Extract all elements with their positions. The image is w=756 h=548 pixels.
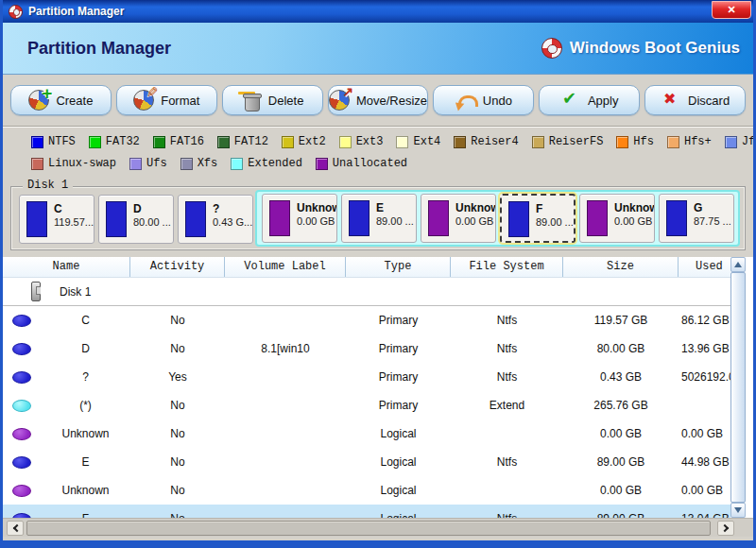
- partition-color-icon: [587, 200, 608, 236]
- undo-icon: [455, 90, 476, 111]
- disk-panel-label: Disk 1: [23, 179, 73, 192]
- table-row[interactable]: Unknown No Logical 0.00 GB 0.00 GB: [3, 420, 730, 448]
- toolbar-divider: [3, 126, 753, 128]
- cell-name: (*): [41, 399, 130, 412]
- arrow-up-icon: [734, 262, 742, 267]
- legend-color-swatch: [316, 158, 328, 170]
- cell-activity: No: [130, 455, 225, 469]
- partition-size: 89.00 ...: [376, 215, 414, 227]
- partition-block-g[interactable]: G 87.75 ...: [659, 194, 734, 243]
- cell-name: Unknown: [41, 427, 130, 440]
- cell-activity: No: [130, 342, 225, 355]
- column-header-volume-label[interactable]: Volume Label: [225, 257, 346, 277]
- close-button[interactable]: ✕: [712, 1, 751, 19]
- partition-block-f[interactable]: F 89.00 ...: [500, 194, 576, 243]
- toolbar-button-label: Undo: [483, 94, 512, 108]
- legend-color-swatch: [129, 158, 142, 170]
- column-header-activity[interactable]: Activity: [130, 257, 225, 277]
- column-header-name[interactable]: Name: [3, 257, 130, 277]
- legend-item: Ext3: [339, 135, 384, 148]
- undo-button[interactable]: Undo: [433, 85, 534, 115]
- partition-block-unknown[interactable]: Unknown 0.00 GB: [579, 194, 655, 243]
- partition-block-[interactable]: ? 0.43 G...: [178, 195, 253, 244]
- legend-item: Jfs: [725, 135, 756, 148]
- column-header-type[interactable]: Type: [346, 257, 451, 277]
- blue-partition-dot-icon: [12, 371, 31, 384]
- hard-disk-icon: [31, 282, 41, 301]
- delete-button[interactable]: Delete: [222, 85, 323, 115]
- partition-block-d[interactable]: D 80.00 ...: [98, 195, 174, 244]
- scroll-up-button[interactable]: [730, 257, 746, 272]
- table-row[interactable]: D No 8.1[win10 Primary Ntfs 80.00 GB 13.…: [3, 334, 730, 363]
- cell-file-system: Ntfs: [451, 342, 563, 355]
- scroll-left-button[interactable]: [7, 521, 24, 536]
- create-icon: [28, 90, 49, 111]
- legend-item: FAT32: [89, 135, 140, 148]
- table-row[interactable]: C No Primary Ntfs 119.57 GB 86.12 GB: [3, 306, 730, 334]
- apply-button[interactable]: Apply: [539, 85, 640, 115]
- column-header-file-system[interactable]: File System: [451, 257, 563, 277]
- legend-item: NTFS: [31, 135, 76, 148]
- column-header-size[interactable]: Size: [563, 257, 679, 277]
- legend-label: NTFS: [48, 135, 76, 148]
- cell-used: 13.96 GB: [679, 342, 730, 355]
- partition-block-unknown[interactable]: Unknown 0.00 GB: [421, 194, 496, 243]
- legend-label: Ext4: [413, 135, 440, 148]
- cell-type: Logical: [346, 484, 451, 497]
- partition-block-e[interactable]: E 89.00 ...: [341, 194, 417, 243]
- partition-block-unknown[interactable]: Unknown 0.00 GB: [262, 194, 337, 243]
- horizontal-scrollbar[interactable]: [3, 518, 753, 537]
- legend-color-swatch: [231, 158, 243, 170]
- scroll-down-button[interactable]: [730, 503, 746, 518]
- legend-color-swatch: [180, 158, 193, 170]
- toolbar-button-label: Create: [56, 94, 93, 108]
- cell-name: Unknown: [41, 484, 130, 497]
- format-icon: [133, 90, 154, 111]
- discard-button[interactable]: Discard: [644, 85, 746, 115]
- cell-name: E: [41, 455, 130, 469]
- scroll-right-button[interactable]: [717, 521, 734, 536]
- legend-label: FAT16: [170, 135, 204, 148]
- create-button[interactable]: Create: [10, 85, 112, 115]
- disk-row[interactable]: Disk 1: [3, 278, 730, 306]
- arrow-left-icon: [12, 524, 20, 532]
- cell-used: 44.98 GB: [679, 455, 730, 469]
- table-row[interactable]: E No Logical Ntfs 89.00 GB 44.98 GB: [3, 448, 730, 476]
- horizontal-scroll-thumb[interactable]: [26, 521, 711, 536]
- partition-size: 80.00 ...: [133, 216, 171, 228]
- legend-row-1: NTFS FAT32 FAT16 FAT12 Ext2 Ext3 Ext4 Re…: [31, 135, 746, 148]
- legend-color-swatch: [89, 136, 101, 148]
- legend-label: FAT12: [234, 135, 268, 148]
- disk-panel: Disk 1 C 119.57... D 80.00 ... ? 0.43 G.…: [10, 186, 746, 250]
- partition-size: 87.75 ...: [694, 215, 731, 227]
- legend-label: Ufs: [146, 157, 167, 170]
- format-button[interactable]: Format: [116, 85, 217, 115]
- table-row[interactable]: F No Logical Ntfs 89.00 GB 13.04 GB: [3, 505, 730, 518]
- partition-size: 0.00 GB: [297, 215, 335, 227]
- partition-color-icon: [106, 201, 127, 237]
- legend-label: Hfs+: [684, 135, 712, 148]
- legend-item: Extended: [231, 157, 302, 170]
- partition-color-icon: [508, 201, 529, 237]
- vertical-scroll-thumb[interactable]: [730, 272, 746, 503]
- app-window: Partition Manager ✕ Partition Manager Wi…: [0, 0, 756, 548]
- legend-item: FAT12: [217, 135, 268, 148]
- arrow-down-icon: [734, 507, 742, 513]
- cell-size: 0.43 GB: [563, 370, 679, 384]
- blue-partition-dot-icon: [12, 456, 31, 469]
- table-header-row: NameActivityVolume LabelTypeFile SystemS…: [3, 257, 730, 278]
- table-row[interactable]: ? Yes Primary Ntfs 0.43 GB 5026192.00: [3, 363, 730, 391]
- cell-type: Primary: [346, 370, 451, 384]
- legend-color-swatch: [282, 136, 294, 148]
- partition-block-c[interactable]: C 119.57...: [19, 195, 94, 244]
- page-title: Partition Manager: [27, 39, 171, 59]
- column-header-used[interactable]: Used: [679, 257, 730, 277]
- move-button[interactable]: Move/Resize: [328, 85, 429, 115]
- table-row[interactable]: (*) No Primary Extend 265.76 GB: [3, 391, 730, 420]
- table-row[interactable]: Unknown No Logical 0.00 GB 0.00 GB: [3, 476, 730, 505]
- legend-label: Ext2: [299, 135, 326, 148]
- legend-item: Hfs+: [667, 135, 712, 148]
- legend-item: Ufs: [129, 157, 167, 170]
- toolbar-button-label: Format: [161, 94, 199, 108]
- vertical-scrollbar[interactable]: [730, 257, 746, 518]
